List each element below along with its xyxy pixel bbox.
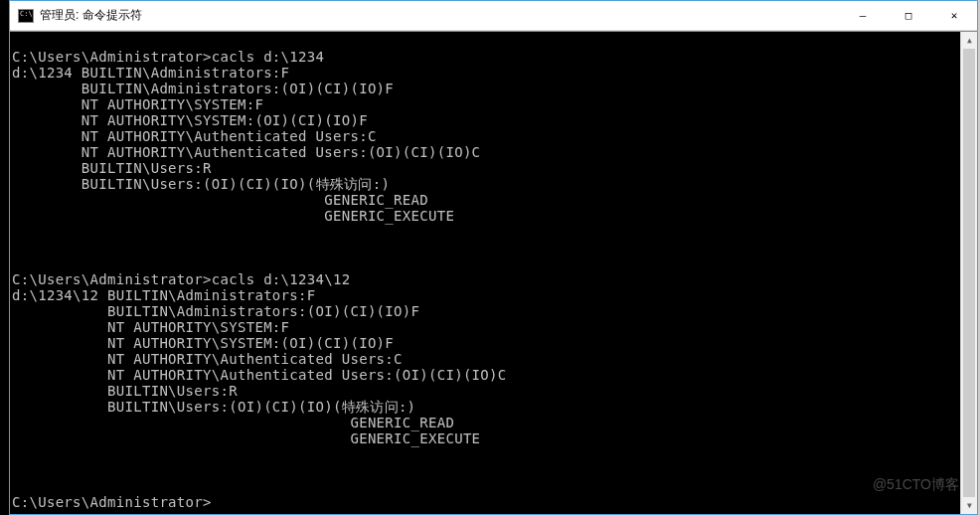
window-controls: — □ ✕: [840, 1, 977, 30]
scrollbar-track[interactable]: [961, 49, 977, 497]
minimize-button[interactable]: —: [840, 1, 886, 30]
scroll-down-arrow[interactable]: ▼: [961, 497, 977, 514]
cmd-window: 管理员: 命令提示符 — □ ✕ C:\Users\Administrator>…: [9, 0, 978, 515]
vertical-scrollbar[interactable]: ▲ ▼: [960, 32, 977, 514]
scrollbar-thumb[interactable]: [963, 49, 975, 497]
cmd-icon: [18, 9, 34, 23]
console-output: C:\Users\Administrator>cacls d:\1234 d:\…: [10, 32, 977, 510]
maximize-button[interactable]: □: [886, 1, 931, 30]
console-area[interactable]: C:\Users\Administrator>cacls d:\1234 d:\…: [10, 31, 977, 514]
scroll-up-arrow[interactable]: ▲: [961, 32, 977, 49]
titlebar[interactable]: 管理员: 命令提示符 — □ ✕: [10, 1, 977, 31]
window-title: 管理员: 命令提示符: [40, 7, 840, 24]
background-fragment: [0, 0, 9, 515]
close-button[interactable]: ✕: [931, 1, 977, 30]
